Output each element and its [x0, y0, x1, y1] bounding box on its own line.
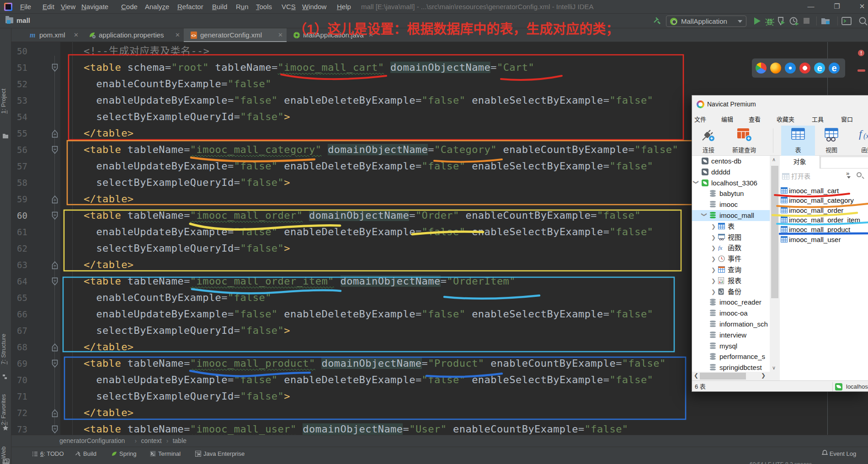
menu-navigate[interactable]: Navigate — [81, 0, 108, 14]
tab-objects[interactable]: 对象 — [780, 156, 820, 169]
run-button[interactable] — [753, 16, 761, 26]
tab-generatorConfig.xml[interactable]: <>generatorConfig.xml✕ — [184, 28, 287, 42]
firefox-icon[interactable] — [770, 63, 781, 74]
tree-item-information_sch[interactable]: information_sch — [692, 319, 770, 330]
tree-item-imooc[interactable]: imooc — [692, 199, 770, 210]
toolwindow-java-enterprise[interactable]: Java Enterprise — [195, 447, 245, 461]
fold-marker-up[interactable] — [51, 195, 59, 206]
tree-item-imooc_reader[interactable]: imooc_reader — [692, 297, 770, 308]
menu-view[interactable]: View — [61, 0, 75, 14]
close-tab-icon[interactable]: ✕ — [74, 28, 79, 42]
dropdown-arrow-icon[interactable] — [847, 176, 851, 179]
hscrollbar-thumb[interactable] — [700, 373, 746, 380]
edge-icon[interactable]: e — [829, 63, 840, 74]
tree-vertical-scrollbar[interactable]: ∧ ∨ — [770, 156, 780, 372]
table-item-imooc_mall_cart[interactable]: imooc_mall_cart — [780, 186, 868, 195]
stripe--favorites[interactable]: 2: Favorites — [0, 391, 11, 428]
maximize-button[interactable]: ❐ — [833, 0, 841, 14]
tree-item-imooc_mall[interactable]: ❯imooc_mall — [692, 210, 770, 221]
menu-edit[interactable]: Edit — [43, 0, 54, 14]
menu-refactor[interactable]: Refactor — [177, 0, 203, 14]
navicat-menu-0[interactable]: 文件 — [694, 114, 706, 125]
profiler-button[interactable] — [789, 16, 799, 26]
stripe--project[interactable]: 1: Project — [0, 74, 11, 129]
scroll-up-arrow[interactable]: ∧ — [772, 157, 776, 163]
stripe--structure[interactable]: 7: Structure — [0, 326, 11, 372]
tree-item-事件[interactable]: ❯事件 — [692, 253, 770, 264]
safari-icon[interactable] — [785, 63, 796, 74]
breadcrumb-context[interactable]: context — [141, 435, 162, 447]
tree-item-babytun[interactable]: babytun — [692, 188, 770, 199]
close-button[interactable]: ✕ — [858, 0, 866, 14]
stop-button[interactable] — [804, 18, 809, 24]
fold-marker-up[interactable] — [51, 261, 59, 271]
toolwindow-build[interactable]: Build — [75, 447, 96, 461]
tree-item-ddddd[interactable]: ddddd — [692, 167, 770, 178]
tab-pom.xml[interactable]: mpom.xml✕ — [23, 28, 82, 42]
navicat-menu-1[interactable]: 编辑 — [721, 114, 733, 125]
navicat-menu-2[interactable]: 查看 — [749, 114, 761, 125]
minimize-button[interactable]: — — [807, 0, 815, 14]
tree-item-centos-db[interactable]: centos-db — [692, 156, 770, 167]
tree-item-表[interactable]: ❯表 — [692, 221, 770, 232]
menu-code[interactable]: Code — [121, 0, 138, 14]
table-item-imooc_mall_order[interactable]: imooc_mall_order — [780, 206, 868, 215]
search-icon[interactable] — [857, 172, 862, 177]
navicat-menu-5[interactable]: 窗口 — [841, 114, 853, 125]
navicat-menu-3[interactable]: 收藏夹 — [777, 114, 794, 125]
table-item-imooc_mall_product[interactable]: imooc_mall_product — [780, 225, 868, 234]
table-item-imooc_mall_category[interactable]: imooc_mall_category — [780, 195, 868, 205]
tree-item-performance_s[interactable]: performance_s — [692, 351, 770, 362]
close-tab-icon[interactable]: ✕ — [278, 28, 283, 42]
chrome-icon[interactable] — [756, 63, 767, 74]
navicat-tool-0[interactable]: 连接 — [697, 126, 720, 156]
navicat-tool-3[interactable]: 视图 — [819, 126, 844, 156]
menu-help[interactable]: Help — [337, 0, 351, 14]
toolwindow--todo[interactable]: 6: TODO — [32, 447, 64, 461]
menu-file[interactable]: File — [20, 0, 31, 14]
tree-item-报表[interactable]: ❯报表 — [692, 275, 770, 286]
scroll-left-arrow[interactable]: ❮ — [694, 372, 698, 379]
tree-item-localhost_3306[interactable]: ❯localhost_3306 — [692, 178, 770, 189]
fold-marker-down[interactable] — [51, 211, 59, 222]
menu-build[interactable]: Build — [212, 0, 227, 14]
toolwindow-spring[interactable]: Spring — [111, 447, 137, 461]
table-item-imooc_mall_order_item[interactable]: imooc_mall_order_item — [780, 215, 868, 225]
menu-run[interactable]: Run — [236, 0, 249, 14]
menu-analyze[interactable]: Analyze — [145, 0, 169, 14]
tree-item-查询[interactable]: ❯查询 — [692, 264, 770, 275]
stripe-web[interactable]: Web — [0, 445, 11, 460]
navicat-menu-4[interactable]: 工具 — [812, 114, 824, 125]
fold-marker-up[interactable] — [51, 343, 59, 353]
search-everywhere-icon[interactable] — [858, 16, 868, 26]
open-table-button[interactable]: 打开表 — [791, 169, 810, 184]
close-tab-icon[interactable]: ✕ — [175, 28, 180, 42]
scroll-down-arrow[interactable]: ∨ — [772, 365, 776, 371]
build-hammer-icon[interactable] — [653, 16, 662, 26]
menu-window[interactable]: Window — [302, 0, 326, 14]
fold-marker-down[interactable] — [51, 277, 59, 288]
menu-vcs[interactable]: VCS — [282, 0, 296, 14]
tree-item-imooc-oa[interactable]: imooc-oa — [692, 308, 770, 319]
menu-tools[interactable]: Tools — [256, 0, 272, 14]
tab-application.properties[interactable]: application.properties✕ — [82, 28, 184, 42]
fold-marker-up[interactable] — [51, 409, 59, 419]
table-item-imooc_mall_user[interactable]: imooc_mall_user — [780, 235, 868, 244]
scrollbar-thumb[interactable] — [771, 166, 778, 298]
tree-item-视图[interactable]: ❯视图 — [692, 232, 770, 243]
tree-item-备份[interactable]: ❯备份 — [692, 286, 770, 297]
debug-button[interactable] — [765, 16, 774, 26]
tree-item-函数[interactable]: ❯fx函数 — [692, 243, 770, 253]
navicat-tool-4[interactable]: f(x)函数 — [856, 126, 868, 156]
breadcrumb-table[interactable]: table — [173, 435, 186, 447]
fold-marker-down[interactable] — [51, 359, 59, 370]
run-configuration-select[interactable]: MallApplication — [666, 16, 746, 27]
scroll-right-arrow[interactable]: ❯ — [761, 372, 766, 379]
fold-marker-down[interactable] — [51, 146, 59, 156]
toolwindow-switcher-icon[interactable] — [3, 459, 10, 464]
fold-marker-down[interactable] — [51, 425, 59, 435]
project-name[interactable]: mall — [16, 14, 30, 28]
project-structure-icon[interactable] — [820, 16, 831, 26]
toolwindow-terminal[interactable]: Terminal — [150, 447, 181, 461]
tree-horizontal-scrollbar[interactable]: ❮ ❯ — [692, 372, 780, 380]
